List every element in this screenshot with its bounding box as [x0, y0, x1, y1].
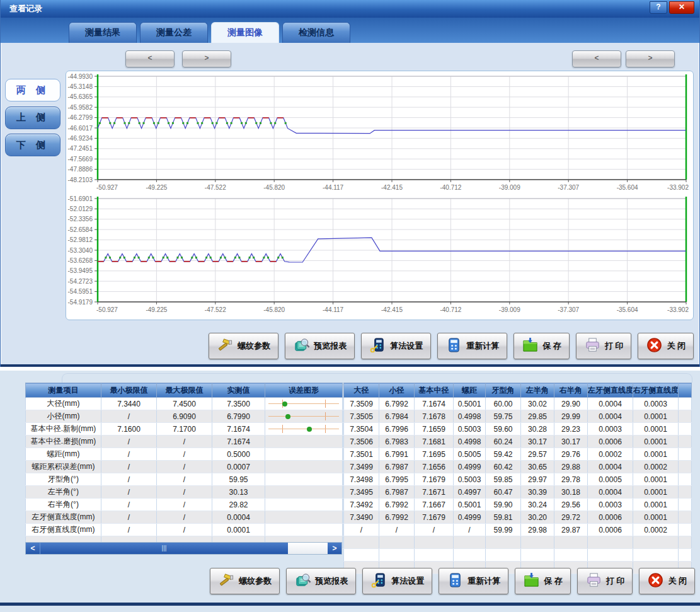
svg-text:-52.9812: -52.9812 [68, 236, 93, 243]
svg-text:-53.9495: -53.9495 [68, 267, 93, 274]
tolerance-row-6[interactable]: 牙型角(°)//59.95 [26, 473, 343, 486]
svg-text:-40.712: -40.712 [440, 184, 461, 191]
tolerance-row-9[interactable]: 左牙侧直线度(mm)//0.0004 [26, 511, 343, 524]
tool-button-5[interactable]: 打 印 [576, 333, 632, 359]
measurement-row-2[interactable]: 7.35046.79967.16590.500359.6030.2829.230… [344, 423, 692, 436]
tolerance-row-5[interactable]: 螺距累积误差(mm)//0.0007 [26, 461, 343, 473]
lower-profile-chart: -51.6901-52.0129-52.3356-52.6584-52.9812… [67, 195, 691, 318]
tool-button-label: 算法设置 [391, 575, 424, 587]
tool-button-0[interactable]: 螺纹参数 [209, 333, 278, 359]
tolerance-table: 测量项目最小极限值最大极限值实测值误差图形大径(mm)7.34407.45007… [25, 383, 343, 549]
tolerance-col-header-4: 误差图形 [265, 383, 343, 398]
tool-button-label: 保 存 [544, 575, 563, 587]
measurement-row-empty [344, 549, 692, 562]
hammer-icon [218, 572, 235, 591]
svg-text:-45.9582: -45.9582 [68, 104, 93, 111]
scroll-right-icon[interactable]: > [328, 543, 341, 554]
svg-text:-53.3040: -53.3040 [68, 247, 93, 254]
tolerance-row-0[interactable]: 大径(mm)7.34407.45007.3500 [26, 398, 343, 410]
svg-text:-45.820: -45.820 [263, 306, 285, 313]
view-button-2[interactable]: 下 侧 [5, 134, 60, 156]
measurement-col-header-9 [679, 383, 692, 398]
error-bar [268, 411, 339, 422]
pager-next-icon[interactable]: > [182, 50, 231, 67]
titlebar: 查看记录 ? ✕ [1, 0, 699, 18]
tool-button-4[interactable]: 保 存 [515, 568, 571, 594]
measurement-row-1[interactable]: 7.35056.79847.16780.499859.7529.8529.990… [344, 410, 692, 423]
measurement-col-header-0: 大径 [344, 383, 379, 398]
results-frame [62, 373, 692, 383]
scrollbar-track[interactable] [288, 543, 328, 554]
measurement-row-5[interactable]: 7.34996.79877.16560.499960.4230.6529.880… [344, 461, 692, 473]
measurement-col-header-4: 牙型角 [486, 383, 521, 398]
tab-0[interactable]: 测量结果 [69, 22, 137, 43]
tolerance-row-4[interactable]: 螺距(mm)//0.5000 [26, 448, 343, 461]
view-button-0[interactable]: 两 侧 [5, 79, 60, 101]
tool-button-0[interactable]: 螺纹参数 [210, 568, 280, 594]
measurement-row-3[interactable]: 7.35066.79837.16810.499860.2430.1730.170… [344, 436, 692, 448]
tool-button-6[interactable]: 关 闭 [639, 568, 695, 594]
svg-text:-49.225: -49.225 [146, 184, 167, 191]
svg-text:-39.009: -39.009 [499, 306, 520, 313]
tool-button-1[interactable]: 预览报表 [285, 333, 355, 359]
tolerance-row-3[interactable]: 基本中径.磨损(mm)//7.1674 [26, 436, 343, 448]
measurement-row-8[interactable]: 7.34926.79927.16670.500159.9030.2429.560… [344, 499, 692, 511]
tolerance-row-2[interactable]: 基本中径.新制(mm)7.16007.17007.1674 [26, 423, 343, 436]
tab-3[interactable]: 检测信息 [282, 22, 350, 43]
pager-next-icon[interactable]: > [626, 50, 675, 67]
measurement-row-10[interactable]: ////59.9929.9829.870.00060.0002 [344, 524, 692, 536]
tolerance-row-1[interactable]: 小径(mm)/6.90906.7990 [26, 410, 343, 423]
print-icon [585, 572, 602, 591]
tab-bar: 测量结果测量公差测量图像检测信息 [1, 18, 699, 43]
svg-text:-33.902: -33.902 [667, 306, 689, 313]
measurement-row-9[interactable]: 7.34906.79927.16790.499959.8130.2029.720… [344, 511, 692, 524]
tool-button-5[interactable]: 打 印 [577, 568, 633, 594]
scrollbar-thumb[interactable] [40, 543, 288, 554]
tool-button-3[interactable]: 重新计算 [437, 333, 507, 359]
tool-button-label: 螺纹参数 [238, 340, 270, 352]
window-close-icon[interactable]: ✕ [669, 1, 694, 14]
pager-prev-icon[interactable]: < [572, 50, 621, 67]
svg-text:-35.604: -35.604 [617, 306, 638, 313]
tool-button-6[interactable]: 关 闭 [638, 333, 694, 359]
tab-2[interactable]: 测量图像 [211, 22, 279, 43]
measurement-col-header-6: 右半角 [554, 383, 588, 398]
view-button-1[interactable]: 上 侧 [5, 107, 60, 129]
tool-button-label: 打 印 [606, 575, 625, 587]
tolerance-row-8[interactable]: 右半角(°)//29.82 [26, 499, 343, 511]
measurement-row-6[interactable]: 7.34986.79957.16790.500359.8529.9729.780… [344, 473, 692, 486]
svg-text:-51.6901: -51.6901 [68, 195, 93, 202]
tool-button-4[interactable]: 保 存 [514, 333, 570, 359]
svg-text:-44.117: -44.117 [323, 306, 344, 313]
svg-text:-45.6365: -45.6365 [68, 93, 93, 100]
scroll-left-icon[interactable]: < [26, 543, 40, 554]
print-icon [584, 337, 601, 355]
tolerance-col-header-0: 测量项目 [26, 383, 101, 398]
tool-button-label: 预览报表 [314, 340, 347, 352]
chart-page: -44.9930-45.3148-45.6365-45.9582-46.2799… [1, 43, 699, 364]
tolerance-row-7[interactable]: 左半角(°)//30.13 [26, 486, 343, 499]
recalc-icon [447, 572, 464, 591]
tool-button-1[interactable]: 预览报表 [286, 568, 356, 594]
tool-button-2[interactable]: 算法设置 [361, 333, 431, 359]
svg-text:-50.927: -50.927 [96, 306, 118, 313]
tab-1[interactable]: 测量公差 [140, 22, 208, 43]
tolerance-row-10[interactable]: 右牙侧直线度(mm)//0.0001 [26, 524, 343, 536]
help-icon[interactable]: ? [650, 1, 667, 14]
measurement-row-7[interactable]: 7.34956.79877.16710.499760.4730.3930.180… [344, 486, 692, 499]
chart-panel: -44.9930-45.3148-45.6365-45.9582-46.2799… [66, 71, 694, 320]
pager-prev-icon[interactable]: < [125, 50, 175, 67]
svg-text:-47.522: -47.522 [205, 306, 226, 313]
window-title: 查看记录 [9, 3, 42, 14]
measurement-row-4[interactable]: 7.35016.79917.16950.500559.4229.5729.760… [344, 448, 692, 461]
close-icon [646, 337, 663, 355]
horizontal-scrollbar: < > [25, 542, 342, 555]
tool-button-2[interactable]: 算法设置 [362, 568, 432, 594]
svg-text:-54.9179: -54.9179 [68, 299, 93, 306]
save-icon [523, 572, 540, 591]
svg-text:-39.009: -39.009 [499, 184, 520, 191]
measurement-row-0[interactable]: 7.35096.79927.16740.500160.0030.0229.900… [344, 398, 692, 410]
tool-button-3[interactable]: 重新计算 [439, 568, 508, 594]
measurement-col-header-8: 右牙侧直线度 [633, 383, 679, 398]
svg-text:-35.604: -35.604 [617, 184, 638, 191]
